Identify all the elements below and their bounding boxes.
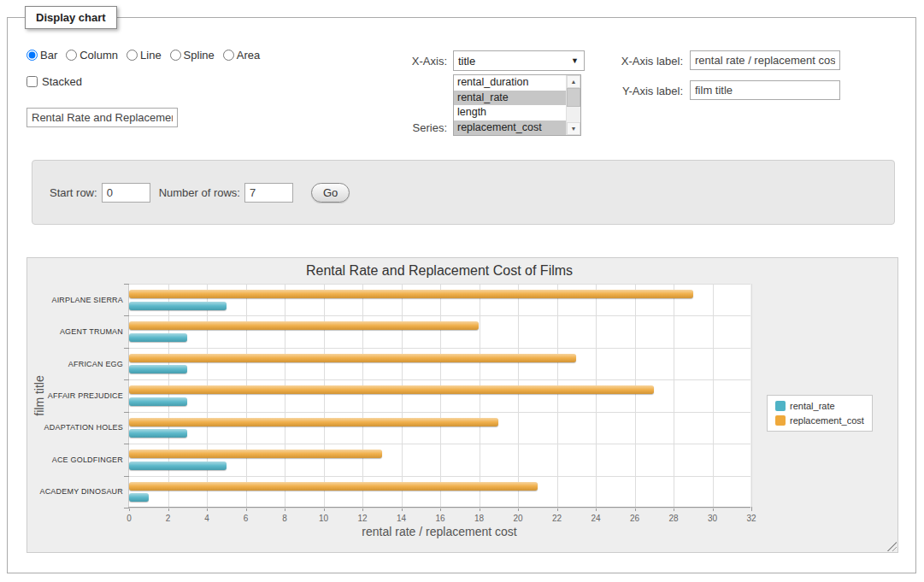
series-listbox[interactable]: rental_durationrental_ratelengthreplacem… bbox=[453, 74, 581, 136]
num-rows-input[interactable] bbox=[244, 183, 293, 203]
x-tick-label: 22 bbox=[552, 514, 562, 523]
x-tick-label: 28 bbox=[668, 514, 678, 523]
x-tick-label: 2 bbox=[166, 514, 171, 523]
y-tick bbox=[124, 412, 129, 413]
series-option-rental_duration[interactable]: rental_duration bbox=[454, 75, 566, 91]
chart-type-radio-spline[interactable] bbox=[170, 50, 181, 61]
panel-legend: Display chart bbox=[25, 6, 117, 29]
listbox-scrollbar[interactable]: ▲ ▼ bbox=[566, 75, 580, 135]
chart-type-option-bar[interactable]: Bar bbox=[26, 49, 57, 62]
x-gridline bbox=[207, 284, 208, 507]
chart-type-label: Area bbox=[237, 49, 260, 62]
bar-rental_rate bbox=[129, 365, 187, 373]
x-gridline bbox=[285, 284, 285, 507]
y-tick bbox=[124, 444, 129, 444]
resize-handle-icon[interactable] bbox=[886, 540, 897, 551]
plot-area: 02468101214161820222426283032 bbox=[128, 284, 750, 508]
legend-label: rental_rate bbox=[790, 401, 835, 411]
chart-type-radio-bar[interactable] bbox=[26, 50, 38, 61]
x-axis-title: rental rate / replacement cost bbox=[128, 525, 750, 538]
x-tick-label: 24 bbox=[591, 514, 600, 523]
bar-replacement_cost bbox=[129, 450, 382, 458]
x-tick-label: 4 bbox=[204, 514, 209, 523]
y-gridline bbox=[129, 284, 750, 285]
x-tick-label: 8 bbox=[282, 514, 287, 523]
x-gridline bbox=[480, 284, 480, 507]
x-tick-label: 20 bbox=[513, 514, 522, 523]
stacked-checkbox-row[interactable]: Stacked bbox=[26, 75, 82, 88]
y-gridline bbox=[129, 508, 750, 509]
x-gridline bbox=[440, 284, 441, 507]
legend-swatch bbox=[775, 401, 786, 411]
x-tick bbox=[751, 507, 752, 511]
chart-container: Rental Rate and Replacement Cost of Film… bbox=[26, 257, 898, 553]
category-label: ACADEMY DINOSAUR bbox=[39, 487, 123, 496]
x-tick-label: 12 bbox=[357, 514, 367, 523]
x-gridline bbox=[518, 284, 519, 507]
category-label: AGENT TRUMAN bbox=[60, 327, 123, 336]
category-label: AFFAIR PREJUDICE bbox=[48, 391, 123, 400]
chart-type-label: Bar bbox=[40, 49, 57, 62]
chart-type-label: Line bbox=[140, 49, 162, 62]
chart-type-option-column[interactable]: Column bbox=[66, 49, 118, 62]
y-gridline bbox=[129, 476, 750, 477]
x-axis-selected-value: title bbox=[458, 55, 475, 68]
y-tick bbox=[124, 284, 129, 285]
bar-replacement_cost bbox=[129, 482, 538, 491]
chart-type-radio-column[interactable] bbox=[66, 50, 77, 61]
scrollbar-thumb[interactable] bbox=[567, 88, 580, 107]
y-axis-label-input[interactable] bbox=[690, 80, 840, 100]
row-controls-panel: Start row: Number of rows: Go bbox=[32, 160, 895, 225]
chart-legend: rental_ratereplacement_cost bbox=[767, 395, 873, 432]
legend-item-rental_rate[interactable]: rental_rate bbox=[775, 401, 864, 411]
display-chart-panel: Display chart BarColumnLineSplineArea St… bbox=[7, 17, 916, 573]
x-axis-select[interactable]: title ▼ bbox=[453, 50, 585, 71]
y-axis-label-label: Y-Axis label: bbox=[597, 85, 683, 97]
stacked-checkbox[interactable] bbox=[26, 76, 38, 87]
series-select-label: Series: bbox=[367, 121, 447, 134]
series-option-rental_rate[interactable]: rental_rate bbox=[454, 91, 566, 106]
go-button[interactable]: Go bbox=[311, 183, 350, 203]
legend-label: replacement_cost bbox=[790, 415, 864, 426]
category-label: ADAPTATION HOLES bbox=[44, 423, 123, 432]
scroll-down-icon[interactable]: ▼ bbox=[567, 122, 580, 135]
y-gridline bbox=[129, 348, 750, 349]
series-option-replacement_cost[interactable]: replacement_cost bbox=[454, 121, 566, 136]
y-tick bbox=[124, 379, 129, 380]
x-gridline bbox=[674, 284, 674, 507]
chart-type-label: Column bbox=[79, 49, 118, 62]
x-tick-label: 18 bbox=[474, 514, 484, 523]
chart-title-input[interactable] bbox=[26, 108, 178, 127]
bar-rental_rate bbox=[129, 397, 187, 406]
bar-replacement_cost bbox=[129, 385, 654, 394]
y-gridline bbox=[129, 379, 750, 380]
start-row-input[interactable] bbox=[102, 183, 150, 203]
chart-type-radios: BarColumnLineSplineArea bbox=[26, 49, 260, 62]
bar-replacement_cost bbox=[129, 354, 576, 362]
y-gridline bbox=[129, 412, 750, 413]
bar-replacement_cost bbox=[129, 418, 498, 426]
bar-rental_rate bbox=[129, 302, 227, 310]
bar-rental_rate bbox=[129, 333, 187, 342]
x-axis-label-input[interactable] bbox=[690, 50, 840, 70]
bar-rental_rate bbox=[129, 461, 227, 470]
chart-type-option-area[interactable]: Area bbox=[223, 49, 260, 62]
scroll-up-icon[interactable]: ▲ bbox=[567, 75, 580, 88]
chart-type-option-line[interactable]: Line bbox=[127, 49, 162, 62]
legend-item-replacement_cost[interactable]: replacement_cost bbox=[775, 415, 864, 426]
category-labels: AIRPLANE SIERRAAGENT TRUMANAFRICAN EGGAF… bbox=[27, 258, 123, 552]
x-gridline bbox=[324, 284, 325, 507]
series-option-length[interactable]: length bbox=[454, 105, 566, 121]
bar-rental_rate bbox=[129, 429, 187, 438]
x-gridline bbox=[596, 284, 597, 507]
x-tick-label: 30 bbox=[708, 514, 717, 523]
category-label: ACE GOLDFINGER bbox=[52, 456, 123, 464]
x-gridline bbox=[168, 284, 169, 507]
x-gridline bbox=[713, 284, 714, 507]
chart-type-radio-line[interactable] bbox=[127, 50, 138, 61]
chart-type-radio-area[interactable] bbox=[223, 50, 234, 61]
chart-type-label: Spline bbox=[184, 49, 215, 62]
chart-type-option-spline[interactable]: Spline bbox=[170, 49, 215, 62]
chart-title: Rental Rate and Replacement Cost of Film… bbox=[128, 263, 750, 279]
y-gridline bbox=[129, 444, 750, 444]
